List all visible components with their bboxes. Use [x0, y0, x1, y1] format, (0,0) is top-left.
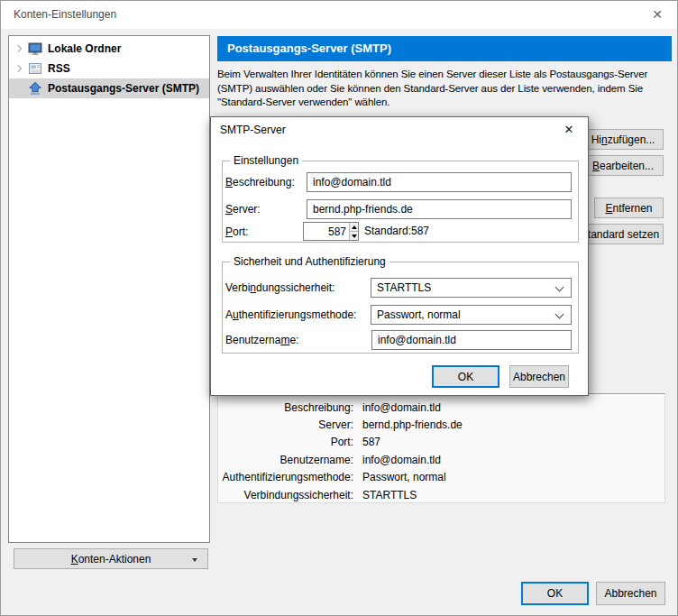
dialog-cancel-button[interactable]: Abbrechen [509, 365, 569, 388]
dialog-ok-button[interactable]: OK [432, 365, 499, 388]
expand-chevron-icon[interactable] [9, 46, 28, 51]
standard-port-label: Standard: [364, 222, 411, 241]
close-icon: ✕ [564, 123, 574, 136]
account-actions-button[interactable]: Konten-Aktionen [14, 548, 208, 569]
monitor-icon [28, 41, 42, 56]
port-input[interactable] [304, 223, 349, 240]
chevron-down-icon [555, 283, 564, 292]
sidebar-item-label: Lokale Ordner [48, 42, 121, 55]
rss-feed-icon [28, 61, 42, 76]
settings-group-title: Einstellungen [230, 154, 302, 167]
smtp-server-dialog: SMTP-Server ✕ Einstellungen Beschreibung… [210, 116, 589, 396]
auth-method-label: Authentifizierungsmethode: [225, 305, 356, 325]
window-titlebar: Konten-Einstellungen ✕ [1, 1, 677, 29]
connection-security-select[interactable]: STARTTLS [371, 278, 572, 298]
remove-server-button[interactable]: Entfernen [594, 198, 664, 218]
arrow-down-icon [352, 234, 357, 238]
close-icon: ✕ [652, 7, 663, 22]
window-close-button[interactable]: ✕ [645, 5, 670, 25]
account-settings-window: Konten-Einstellungen ✕ Lokale Ordner [0, 0, 678, 616]
add-server-button[interactable]: Hinzufügen... [582, 129, 664, 150]
page-title: Postausgangs-Server (SMTP) [217, 36, 672, 61]
username-label: Benutzername: [225, 330, 298, 350]
detail-row: Verbindungssicherheit: STARTTLS [218, 486, 664, 503]
spinner-up-button[interactable] [350, 223, 358, 231]
window-title: Konten-Einstellungen [14, 1, 116, 29]
smtp-upload-icon [28, 81, 42, 96]
account-tree: Lokale Ordner RSS Postausgangs-Server (S… [8, 35, 210, 543]
server-details-panel: Beschreibung: info@domain.tld Server: be… [217, 393, 665, 503]
smtp-description: Beim Verwalten Ihrer Identitäten können … [217, 68, 670, 110]
server-label: Server: [225, 199, 261, 219]
auth-method-select[interactable]: Passwort, normal [371, 305, 572, 325]
chevron-down-icon [555, 310, 564, 319]
sidebar-item-rss[interactable]: RSS [9, 59, 209, 78]
spinner-down-button[interactable] [350, 231, 358, 240]
arrow-up-icon [352, 225, 357, 229]
expand-chevron-icon[interactable] [9, 66, 28, 71]
ok-button[interactable]: OK [521, 582, 589, 605]
dialog-close-button[interactable]: ✕ [557, 120, 581, 140]
detail-row: Server: bernd.php-friends.de [218, 416, 664, 433]
set-default-button[interactable]: Standard setzen [576, 224, 664, 244]
port-stepper [303, 222, 359, 241]
sidebar-item-smtp[interactable]: Postausgangs-Server (SMTP) [9, 78, 209, 98]
server-input[interactable] [307, 199, 572, 219]
detail-row: Port: 587 [218, 434, 664, 451]
username-input[interactable] [371, 330, 572, 350]
security-group-title: Sicherheit und Authentifizierung [230, 255, 389, 268]
cancel-button[interactable]: Abbrechen [596, 582, 665, 605]
description-label: Beschreibung: [225, 172, 295, 192]
description-input[interactable] [307, 172, 572, 192]
edit-server-button[interactable]: Bearbeiten... [582, 155, 664, 176]
dropdown-arrow-icon [192, 558, 197, 562]
standard-port-value: 587 [411, 222, 429, 241]
detail-row: Beschreibung: info@domain.tld [218, 399, 664, 416]
sidebar-item-label: RSS [48, 62, 70, 75]
port-label: Port: [225, 222, 248, 242]
detail-row: Benutzername: info@domain.tld [218, 451, 664, 468]
detail-row: Authentifizierungsmethode: Passwort, nor… [218, 469, 664, 486]
dialog-title: SMTP-Server [220, 124, 286, 136]
sidebar-item-lokale-ordner[interactable]: Lokale Ordner [9, 39, 209, 59]
connection-security-label: Verbindungssicherheit: [225, 278, 334, 298]
sidebar-item-label: Postausgangs-Server (SMTP) [48, 82, 199, 95]
